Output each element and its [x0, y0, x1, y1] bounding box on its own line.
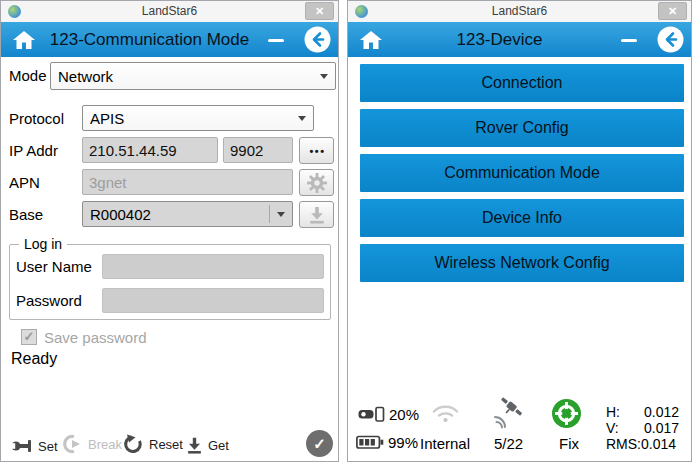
mode-dropdown[interactable]: Network: [50, 62, 336, 90]
page-title: 123-Communication Mode: [41, 22, 258, 57]
minimize-button[interactable]: [619, 30, 639, 50]
precision-readout: H: 0.012 V: 0.017 RMS: 0.014: [606, 404, 679, 452]
protocol-value: APIS: [90, 110, 298, 127]
solution-status[interactable]: Fix: [559, 435, 579, 452]
ip-addr-label: IP Addr: [9, 142, 58, 159]
battery-icon: [356, 435, 384, 450]
h-label: H:: [606, 404, 644, 420]
base-value: R000402: [90, 206, 269, 223]
chevron-down-icon: [298, 116, 306, 125]
receiver-battery-status: 99%: [356, 434, 418, 451]
back-arrow-icon: [304, 26, 331, 53]
set-label: Set: [38, 439, 58, 454]
save-password-label: Save password: [44, 329, 147, 346]
ip-address-input[interactable]: [82, 137, 218, 163]
username-label: User Name: [16, 258, 92, 275]
controller-battery-status: 20%: [358, 405, 419, 423]
minimize-icon: [268, 39, 284, 42]
fix-solution-icon[interactable]: [551, 398, 582, 429]
gear-icon: [307, 173, 327, 193]
receiver-battery-value: 99%: [388, 434, 418, 451]
login-group: Log in User Name Password: [9, 244, 331, 320]
home-button[interactable]: [357, 29, 385, 51]
h-value: 0.012: [644, 404, 679, 420]
username-input[interactable]: [102, 254, 324, 279]
base-download-button[interactable]: [299, 201, 334, 228]
home-button[interactable]: [10, 29, 38, 51]
port-input[interactable]: [223, 137, 293, 163]
wifi-icon[interactable]: [430, 401, 461, 424]
download-icon: [308, 206, 326, 224]
ellipsis-icon: •••: [307, 145, 325, 157]
get-label: Get: [208, 438, 229, 453]
ip-list-button[interactable]: •••: [299, 137, 334, 164]
set-button[interactable]: Set: [11, 438, 58, 454]
menu-button-rover-config[interactable]: Rover Config: [360, 109, 684, 147]
back-button[interactable]: [304, 26, 331, 53]
home-icon: [12, 30, 36, 50]
menu-button-device-info[interactable]: Device Info: [360, 199, 684, 237]
menu-button-wireless-network-config[interactable]: Wireless Network Config: [360, 244, 684, 282]
apn-input[interactable]: [82, 169, 293, 195]
satellite-icon[interactable]: [491, 396, 527, 430]
get-button[interactable]: Get: [186, 437, 229, 454]
window-title: LandStar6: [1, 4, 338, 18]
download-icon: [186, 437, 203, 454]
window-titlebar[interactable]: LandStar6 ✕: [1, 1, 338, 22]
controller-battery-value: 20%: [389, 406, 419, 423]
mode-value: Network: [58, 68, 320, 85]
status-text: Ready: [11, 350, 57, 368]
reset-button[interactable]: Reset: [123, 434, 183, 454]
page-title: 123-Device: [388, 22, 611, 57]
page-header: 123-Device: [348, 22, 691, 57]
break-button[interactable]: Break: [61, 434, 122, 454]
rms-label: RMS:: [606, 436, 641, 452]
break-label: Break: [88, 437, 122, 452]
menu-button-communication-mode[interactable]: Communication Mode: [360, 154, 684, 192]
menu-button-connection[interactable]: Connection: [360, 64, 684, 102]
window-title: LandStar6: [348, 4, 691, 18]
reset-label: Reset: [149, 437, 183, 452]
reset-icon: [123, 434, 144, 454]
chevron-down-icon: [277, 212, 285, 221]
minimize-button[interactable]: [266, 30, 286, 50]
controller-phone-icon: [358, 405, 385, 423]
window-titlebar[interactable]: LandStar6 ✕: [348, 1, 691, 22]
communication-mode-window: LandStar6 ✕ 123-Communication Mode Mode …: [0, 0, 339, 462]
protocol-label: Protocol: [9, 110, 64, 127]
apn-settings-button[interactable]: [299, 169, 334, 196]
rms-value: 0.014: [641, 436, 676, 452]
protocol-dropdown[interactable]: APIS: [82, 105, 314, 131]
chevron-down-icon: [320, 74, 328, 83]
back-button[interactable]: [657, 26, 684, 53]
divider: [269, 205, 270, 223]
back-arrow-icon: [657, 26, 684, 53]
apn-label: APN: [9, 174, 40, 191]
device-window: LandStar6 ✕ 123-Device Connection Rover …: [347, 0, 692, 462]
password-label: Password: [16, 292, 82, 309]
disconnect-icon: [61, 434, 83, 454]
base-dropdown[interactable]: R000402: [82, 201, 293, 227]
v-label: V:: [606, 420, 644, 436]
datalink-status[interactable]: Internal: [420, 435, 470, 452]
confirm-button[interactable]: ✓: [306, 430, 333, 457]
close-icon[interactable]: ✕: [305, 2, 334, 20]
close-icon[interactable]: ✕: [658, 2, 687, 20]
v-value: 0.017: [644, 420, 679, 436]
wrench-icon: [11, 438, 33, 454]
home-icon: [359, 30, 383, 50]
login-legend: Log in: [19, 236, 67, 252]
page-header: 123-Communication Mode: [1, 22, 338, 57]
password-input[interactable]: [102, 288, 324, 313]
mode-label: Mode: [9, 67, 47, 84]
save-password-checkbox[interactable]: ✓: [21, 329, 37, 345]
minimize-icon: [621, 39, 637, 42]
satellites-status[interactable]: 5/22: [494, 435, 523, 452]
check-icon: ✓: [313, 435, 326, 453]
base-label: Base: [9, 206, 43, 223]
